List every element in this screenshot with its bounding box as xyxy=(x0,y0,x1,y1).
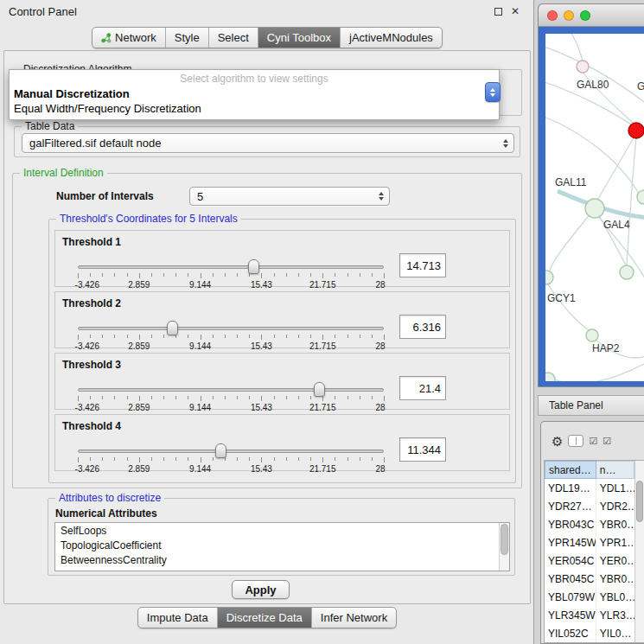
table-cell: YBL0… xyxy=(596,588,634,606)
tab-jactivemnodules[interactable]: jActiveMNodules xyxy=(340,28,442,48)
table-row[interactable]: YBR045CYBR0… xyxy=(545,570,634,588)
tab-impute-data[interactable]: Impute Data xyxy=(138,608,217,628)
network-node[interactable] xyxy=(545,373,555,381)
threshold-slider[interactable]: -3.4262.8599.14415.4321.71528 xyxy=(78,385,384,409)
network-node-label: G xyxy=(637,80,644,92)
table-header-row: shared…n… xyxy=(545,461,634,479)
combo-arrows-icon xyxy=(500,139,513,148)
attributes-list[interactable]: SelfLoopsTopologicalCoefficientBetweenne… xyxy=(54,522,510,571)
network-node[interactable] xyxy=(585,199,604,218)
close-window-icon[interactable]: ✕ xyxy=(511,6,520,16)
bottom-tabbar: Impute DataDiscretize DataInfer Network xyxy=(137,607,397,628)
table-panel-header[interactable]: Table Panel xyxy=(538,395,644,416)
slider-thumb[interactable] xyxy=(248,259,259,274)
slider-track xyxy=(78,327,384,330)
table-row[interactable]: YPR145WYPR1… xyxy=(545,533,634,552)
table-row[interactable]: YLR345WYLR3… xyxy=(545,606,634,624)
network-canvas[interactable]: GAL80GGAL11GAL4GCY1HAP2 xyxy=(545,34,644,381)
threshold-value-field[interactable]: 6.316 xyxy=(399,315,446,339)
algorithm-option-equal-width-frequency-discretization[interactable]: Equal Width/Frequency Discretization xyxy=(10,101,499,116)
tab-cyni-toolbox[interactable]: Cyni Toolbox xyxy=(258,28,340,48)
table-row[interactable]: YBR043CYBR0… xyxy=(545,515,634,533)
slider-thumb[interactable] xyxy=(167,321,178,335)
tab-style[interactable]: Style xyxy=(165,28,208,48)
network-node-label: GAL11 xyxy=(555,176,587,188)
column-header-2[interactable]: n… xyxy=(596,461,634,479)
algorithm-option-manual-discretization[interactable]: Manual Discretization xyxy=(10,86,499,101)
network-node-label: HAP2 xyxy=(592,342,620,354)
chevron-up-icon xyxy=(490,88,495,92)
tab-infer-network[interactable]: Infer Network xyxy=(311,608,396,628)
table-row[interactable]: YIL052CYIL0… xyxy=(545,624,634,642)
float-window-icon[interactable] xyxy=(494,8,502,16)
tab-discretize-data[interactable]: Discretize Data xyxy=(217,608,311,628)
table-cell: YBR0… xyxy=(596,570,634,588)
zoom-traffic-light[interactable] xyxy=(580,10,590,21)
threshold-box: Threshold 1-3.4262.8599.14415.4321.71528… xyxy=(54,230,510,287)
attributes-legend: Attributes to discretize xyxy=(55,492,164,505)
minimize-traffic-light[interactable] xyxy=(564,10,574,21)
threshold-value-field[interactable]: 14.713 xyxy=(399,253,446,277)
slider-scale-label: 28 xyxy=(376,403,386,412)
slider-scale-label: -3.426 xyxy=(75,464,99,474)
table-cell: YDR2… xyxy=(596,497,634,515)
slider-scale-label: 2.859 xyxy=(128,280,150,290)
threshold-value-field[interactable]: 11.344 xyxy=(399,437,446,462)
attribute-item-topologicalcoefficient[interactable]: TopologicalCoefficient xyxy=(55,538,509,552)
table-row[interactable]: YER054CYER0… xyxy=(545,552,634,570)
slider-scale: -3.4262.8599.14415.4321.71528 xyxy=(78,464,384,475)
slider-thumb[interactable] xyxy=(314,382,325,397)
table-cell: YER0… xyxy=(596,552,634,570)
close-traffic-light[interactable] xyxy=(547,10,558,21)
attribute-item-betweennesscentrality[interactable]: BetweennessCentrality xyxy=(55,552,509,567)
slider-scale: -3.4262.8599.14415.4321.71528 xyxy=(78,341,384,352)
network-node-label: GAL80 xyxy=(577,79,609,91)
network-node-label: GCY1 xyxy=(547,292,576,304)
gear-icon[interactable]: ⚙ xyxy=(552,435,563,448)
slider-scale-label: 21.715 xyxy=(309,403,336,412)
apply-button[interactable]: Apply xyxy=(232,580,290,599)
columns-icon[interactable] xyxy=(568,435,583,447)
slider-scale-label: 21.715 xyxy=(309,341,336,351)
table-cell: YDL19… xyxy=(545,479,596,497)
network-node[interactable] xyxy=(620,265,634,279)
threshold-box: Threshold 4-3.4262.8599.14415.4321.71528… xyxy=(54,414,510,471)
threshold-label: Threshold 2 xyxy=(62,297,121,309)
tab-network[interactable]: Network xyxy=(92,28,165,48)
threshold-slider[interactable]: -3.4262.8599.14415.4321.71528 xyxy=(78,262,384,286)
slider-scale-label: 15.43 xyxy=(251,403,272,412)
table-cell: YDL1… xyxy=(596,479,634,497)
network-node[interactable] xyxy=(628,123,644,138)
table-data-combo[interactable]: galFiltered.sif default node xyxy=(22,133,514,153)
algorithm-combo-button[interactable] xyxy=(485,82,501,102)
scrollbar-thumb[interactable] xyxy=(501,524,508,555)
threshold-slider[interactable]: -3.4262.8599.14415.4321.71528 xyxy=(78,446,384,470)
window-title: Control Panel xyxy=(9,5,77,18)
slider-ticks xyxy=(78,335,384,341)
slider-scale-label: 9.144 xyxy=(189,403,211,412)
threshold-value-field[interactable]: 21.4 xyxy=(399,376,446,400)
checkbox-icon[interactable]: ☑ xyxy=(603,437,611,446)
attributes-scrollbar[interactable] xyxy=(499,523,509,571)
table-scrollbar[interactable] xyxy=(634,461,644,642)
slider-thumb[interactable] xyxy=(215,443,226,458)
threshold-slider[interactable]: -3.4262.8599.14415.4321.71528 xyxy=(78,323,384,348)
slider-scale-label: -3.426 xyxy=(75,280,99,290)
checkbox-icon[interactable]: ☑ xyxy=(589,437,597,446)
top-tabbar-wrap: NetworkStyleSelectCyni ToolboxjActiveMNo… xyxy=(0,27,534,48)
network-icon xyxy=(101,33,112,43)
table-row[interactable]: YBL079WYBL0… xyxy=(545,588,634,606)
number-of-intervals-combo[interactable]: 5 xyxy=(189,187,390,206)
network-node[interactable] xyxy=(545,271,553,284)
network-node[interactable] xyxy=(577,61,589,73)
slider-scale-label: 15.43 xyxy=(251,464,272,474)
network-node[interactable] xyxy=(586,329,598,341)
table-row[interactable]: YDL19…YDL1… xyxy=(545,479,634,497)
network-window-titlebar[interactable] xyxy=(539,4,644,27)
column-header-1[interactable]: shared… xyxy=(545,461,596,479)
table-row[interactable]: YDR27…YDR2… xyxy=(545,497,634,515)
table-cell: YLR3… xyxy=(596,606,634,624)
tab-select[interactable]: Select xyxy=(208,28,258,48)
attribute-item-selfloops[interactable]: SelfLoops xyxy=(55,523,509,538)
scrollbar-thumb[interactable] xyxy=(636,481,643,522)
